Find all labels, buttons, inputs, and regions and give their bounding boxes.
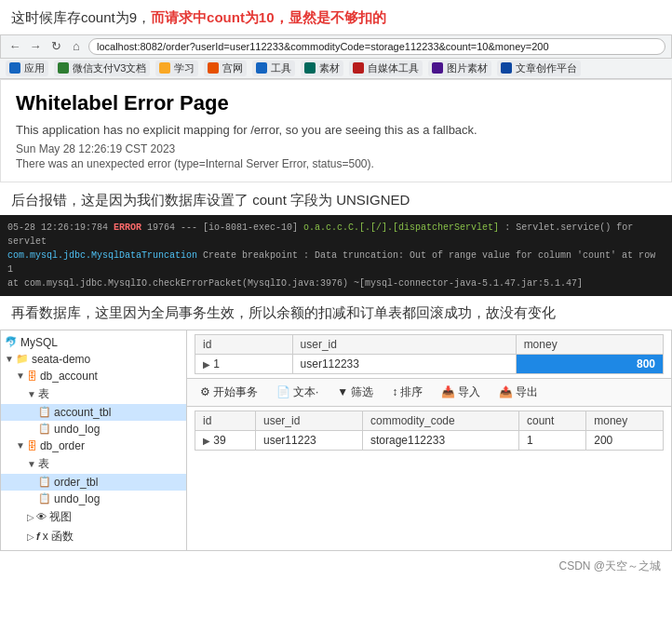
home-button[interactable]: ⌂ bbox=[68, 38, 85, 55]
tree-label: MySQL bbox=[20, 336, 58, 349]
export-icon: 📤 bbox=[499, 385, 513, 398]
order-table-area: id user_id commodity_code count money ▶ … bbox=[187, 407, 671, 454]
tree-item-undo-log1[interactable]: 📋 undo_log bbox=[1, 421, 186, 438]
tree-item-db-order[interactable]: ▼ 🗄 db_order bbox=[1, 438, 186, 454]
table-icon: 📋 bbox=[38, 423, 51, 435]
transaction-icon: ⚙ bbox=[200, 385, 210, 398]
table-row[interactable]: ▶ 1 user112233 800 bbox=[195, 354, 664, 373]
col-user-id: user_id bbox=[292, 334, 516, 354]
back-button[interactable]: ← bbox=[7, 38, 23, 55]
log-line-3: at com.mysql.jdbc.MysqlIO.checkErrorPack… bbox=[7, 276, 665, 290]
browser-bar: ← → ↻ ⌂ localhost:8082/order?userId=user… bbox=[0, 34, 672, 59]
tree-item-mysql[interactable]: 🐬 MySQL bbox=[1, 334, 186, 351]
bookmark-material[interactable]: 素材 bbox=[301, 61, 343, 76]
forward-button[interactable]: → bbox=[27, 38, 44, 55]
database-icon: 🗄 bbox=[27, 440, 37, 451]
bookmark-palace[interactable]: 宫网 bbox=[204, 61, 247, 76]
log-line-1: 05-28 12:26:19:784 ERROR 19764 --- [io-8… bbox=[7, 221, 665, 249]
col-count: count bbox=[518, 411, 585, 430]
chevron-down-icon: ▼ bbox=[16, 370, 25, 381]
export-button[interactable]: 📤 导出 bbox=[493, 383, 544, 402]
tree-item-db-account[interactable]: ▼ 🗄 db_account bbox=[1, 368, 186, 384]
tree-item-account-tbl[interactable]: 📋 account_tbl bbox=[1, 404, 186, 421]
import-button[interactable]: 📥 导入 bbox=[436, 383, 486, 402]
chevron-right-icon: ▷ bbox=[27, 532, 34, 542]
import-icon: 📥 bbox=[441, 385, 455, 398]
table-row[interactable]: ▶ 39 user11223 storage112233 1 200 bbox=[195, 430, 664, 450]
toolbar-label: 开始事务 bbox=[213, 384, 258, 400]
tree-item-seata-demo[interactable]: ▼ 📁 seata-demo bbox=[1, 351, 186, 368]
chevron-down-icon: ▼ bbox=[27, 459, 36, 469]
tree-item-undo-log2[interactable]: 📋 undo_log bbox=[1, 491, 186, 507]
tree-label: 表 bbox=[38, 456, 49, 472]
mysql-icon: 🐬 bbox=[5, 336, 18, 348]
tree-item-views[interactable]: ▷ 👁 视图 bbox=[1, 507, 186, 527]
text-icon: 📄 bbox=[276, 385, 290, 398]
toolbar-label: 文本· bbox=[293, 384, 318, 400]
error-page: Whitelabel Error Page This application h… bbox=[0, 79, 672, 182]
money-cell: 200 bbox=[586, 430, 664, 450]
start-transaction-button[interactable]: ⚙ 开始事务 bbox=[195, 383, 263, 402]
col-user-id: user_id bbox=[256, 411, 363, 430]
top-text-part1: 这时候库存count为9， bbox=[11, 9, 151, 25]
account-table-area: id user_id money ▶ 1 user112233 800 bbox=[187, 330, 671, 379]
error-timestamp: Sun May 28 12:26:19 CST 2023 bbox=[16, 142, 656, 155]
database-panel: 🐬 MySQL ▼ 📁 seata-demo ▼ 🗄 db_account ▼ … bbox=[0, 330, 672, 551]
tree-item-tables2[interactable]: ▼ 表 bbox=[1, 454, 186, 474]
bookmark-label: 宫网 bbox=[222, 61, 243, 75]
filter-icon: ▼ bbox=[337, 385, 348, 398]
bookmark-label: 图片素材 bbox=[447, 61, 488, 75]
bookmark-article[interactable]: 文章创作平台 bbox=[497, 61, 581, 76]
chevron-down-icon: ▼ bbox=[16, 440, 25, 451]
col-money: money bbox=[516, 334, 663, 354]
bookmarks-bar: 应用 微信支付V3文档 学习 宫网 工具 素材 自媒体工具 图片素材 文章创作平… bbox=[0, 59, 672, 79]
toolbar-label: 导出 bbox=[516, 384, 538, 400]
tree-item-tables1[interactable]: ▼ 表 bbox=[1, 384, 186, 404]
sort-icon: ↕ bbox=[392, 385, 397, 398]
error-status: There was an unexpected error (type=Inte… bbox=[16, 157, 656, 170]
folder-icon: 📁 bbox=[16, 353, 29, 365]
bookmark-label: 学习 bbox=[174, 61, 195, 75]
bookmark-media[interactable]: 自媒体工具 bbox=[349, 61, 423, 76]
tree-label: 表 bbox=[38, 386, 49, 402]
top-description: 这时候库存count为9，而请求中count为10，显然是不够扣的 bbox=[0, 0, 672, 34]
filter-button[interactable]: ▼ 筛选 bbox=[331, 383, 379, 402]
table-icon: 📋 bbox=[38, 406, 51, 418]
bookmark-wechat[interactable]: 微信支付V3文档 bbox=[54, 61, 150, 76]
count-cell: 1 bbox=[518, 430, 585, 450]
footer-text: CSDN @天空～之城 bbox=[558, 559, 661, 572]
col-id: id bbox=[195, 411, 256, 430]
bookmark-tools[interactable]: 工具 bbox=[252, 61, 295, 76]
bookmark-label: 工具 bbox=[271, 61, 291, 75]
chevron-down-icon: ▼ bbox=[27, 389, 36, 399]
bookmark-label: 素材 bbox=[319, 61, 340, 75]
error-log-block: 05-28 12:26:19:784 ERROR 19764 --- [io-8… bbox=[0, 215, 672, 296]
bookmark-label: 应用 bbox=[24, 61, 45, 75]
money-cell: 800 bbox=[516, 354, 663, 373]
text-button[interactable]: 📄 文本· bbox=[271, 383, 324, 402]
error-desc: This application has no explicit mapping… bbox=[16, 123, 656, 137]
error-title: Whitelabel Error Page bbox=[16, 91, 656, 115]
bookmark-study[interactable]: 学习 bbox=[155, 61, 198, 76]
tree-label: x 函数 bbox=[43, 529, 74, 545]
id-cell: ▶ 39 bbox=[195, 430, 256, 450]
refresh-button[interactable]: ↻ bbox=[47, 38, 64, 55]
bookmark-label: 自媒体工具 bbox=[368, 61, 419, 75]
bookmark-apps[interactable]: 应用 bbox=[6, 61, 48, 76]
chevron-right-icon: ▷ bbox=[27, 512, 34, 522]
bookmark-images[interactable]: 图片素材 bbox=[428, 61, 491, 76]
tree-label: undo_log bbox=[54, 423, 100, 436]
tree-item-order-tbl[interactable]: 📋 order_tbl bbox=[1, 474, 186, 491]
col-id: id bbox=[195, 334, 293, 354]
bottom-description: 再看数据库，这里因为全局事务生效，所以余额的扣减和订单表都回滚成功，故没有变化 bbox=[0, 296, 672, 330]
toolbar-label: 导入 bbox=[458, 384, 480, 400]
sort-button[interactable]: ↕ 排序 bbox=[386, 383, 428, 402]
bookmark-label: 微信支付V3文档 bbox=[73, 61, 146, 75]
url-bar[interactable]: localhost:8082/order?userId=user112233&c… bbox=[88, 38, 665, 55]
view-icon: 👁 bbox=[36, 511, 47, 522]
toolbar-label: 排序 bbox=[400, 384, 423, 400]
tree-item-functions[interactable]: ▷ f x 函数 bbox=[1, 527, 186, 546]
chevron-down-icon: ▼ bbox=[5, 354, 14, 364]
bookmark-label: 文章创作平台 bbox=[516, 61, 577, 75]
tree-label: order_tbl bbox=[54, 476, 98, 489]
